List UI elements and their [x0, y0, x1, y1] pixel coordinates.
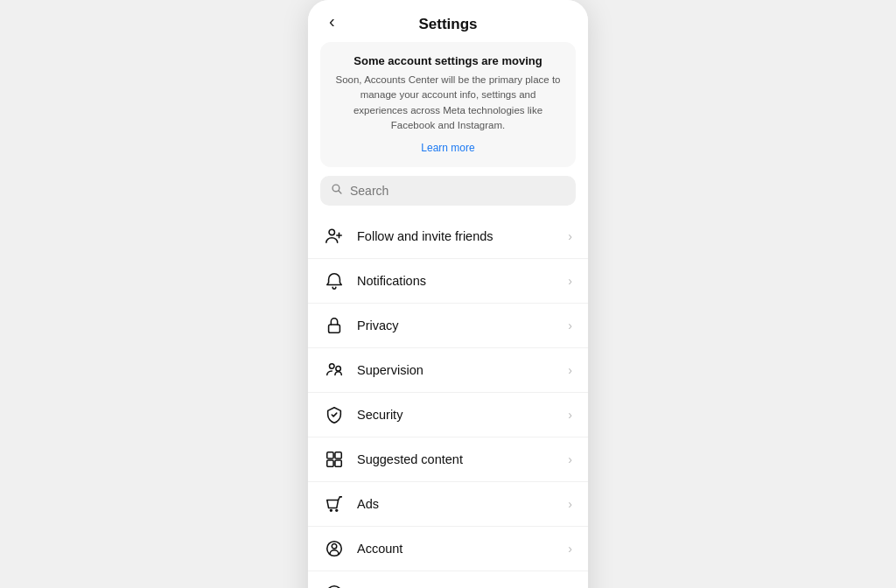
svg-point-7 [336, 366, 341, 371]
svg-rect-10 [327, 460, 333, 466]
phone-container: ‹ Settings Some account settings are mov… [308, 0, 588, 588]
menu-label-supervision: Supervision [357, 363, 556, 377]
svg-rect-8 [327, 452, 333, 458]
menu-item-suggested-content[interactable]: Suggested content › [308, 438, 588, 482]
svg-point-12 [330, 509, 332, 511]
svg-rect-9 [335, 452, 341, 458]
chevron-right-icon: › [568, 497, 572, 511]
ads-icon [324, 494, 345, 514]
chevron-right-icon: › [568, 274, 572, 288]
chevron-right-icon: › [568, 452, 572, 466]
supervision-icon [324, 360, 345, 381]
svg-rect-11 [335, 460, 341, 466]
chevron-right-icon: › [568, 542, 572, 556]
menu-list: Follow and invite friends › Notification… [308, 211, 588, 588]
menu-label-follow: Follow and invite friends [357, 229, 556, 243]
chevron-right-icon: › [568, 408, 572, 422]
svg-point-16 [332, 544, 337, 550]
menu-item-supervision[interactable]: Supervision › [308, 348, 588, 393]
header: ‹ Settings [308, 0, 588, 42]
menu-item-help[interactable]: Help › [308, 571, 588, 588]
account-icon [324, 538, 345, 559]
menu-item-account[interactable]: Account › [308, 527, 588, 571]
menu-item-ads[interactable]: Ads › [308, 482, 588, 527]
banner-description: Soon, Accounts Center will be the primar… [334, 73, 562, 133]
menu-item-follow[interactable]: Follow and invite friends › [308, 214, 588, 259]
search-input[interactable] [350, 184, 565, 198]
menu-item-privacy[interactable]: Privacy › [308, 304, 588, 348]
svg-point-13 [336, 509, 338, 511]
suggested-content-icon [324, 449, 345, 470]
menu-label-account: Account [357, 542, 556, 556]
svg-point-2 [329, 229, 334, 234]
menu-label-security: Security [357, 408, 556, 422]
svg-point-6 [330, 364, 335, 369]
menu-item-security[interactable]: Security › [308, 393, 588, 438]
svg-line-1 [339, 191, 341, 193]
svg-rect-5 [329, 325, 340, 332]
search-icon [331, 183, 343, 199]
chevron-right-icon: › [568, 229, 572, 243]
page-title: Settings [418, 16, 477, 33]
menu-label-privacy: Privacy [357, 318, 556, 332]
privacy-icon [324, 315, 345, 336]
security-icon [324, 404, 345, 425]
back-button[interactable]: ‹ [322, 8, 342, 35]
menu-label-suggested-content: Suggested content [357, 452, 556, 466]
menu-label-ads: Ads [357, 497, 556, 511]
menu-label-notifications: Notifications [357, 274, 556, 288]
notifications-icon [324, 270, 345, 291]
chevron-right-icon: › [568, 363, 572, 377]
settings-banner: Some account settings are moving Soon, A… [320, 42, 576, 167]
search-bar [320, 176, 576, 206]
follow-icon [324, 226, 345, 247]
learn-more-link[interactable]: Learn more [421, 142, 474, 154]
menu-item-notifications[interactable]: Notifications › [308, 259, 588, 304]
help-icon [324, 583, 345, 588]
banner-title: Some account settings are moving [334, 54, 562, 67]
chevron-right-icon: › [568, 318, 572, 332]
